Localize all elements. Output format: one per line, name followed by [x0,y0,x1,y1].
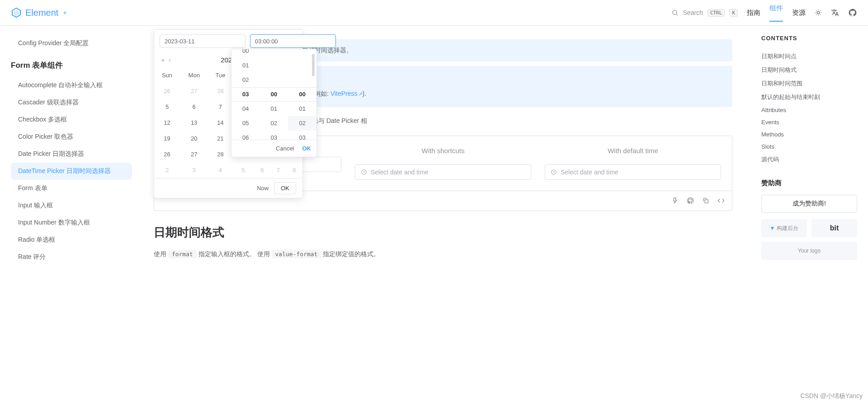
calendar-day[interactable]: 12 [154,115,180,131]
toc-link[interactable]: 默认的起始与结束时刻 [761,90,857,104]
clock-icon [551,169,557,175]
github-icon[interactable] [848,8,857,17]
copy-icon[interactable] [702,197,709,204]
search-trigger[interactable]: Search CTRL K [671,9,738,17]
spinner-item[interactable]: 03 [299,131,305,140]
sidebar-item-colorpicker[interactable]: Color Picker 取色器 [11,128,132,145]
spinner-item[interactable]: 02 [288,116,316,131]
sidebar: Config Provider 全局配置 Form 表单组件 Autocompl… [0,26,136,403]
logo[interactable]: Element+ [11,7,67,18]
hour-spinner[interactable]: 00010203040506 [231,49,260,140]
sidebar-item-form[interactable]: Form 表单 [11,180,132,197]
calendar-day[interactable]: 28 [208,83,232,99]
svg-point-0 [672,10,676,14]
prev-month-icon[interactable]: ‹ [169,57,171,63]
kbd-ctrl: CTRL [708,9,725,17]
calendar-day[interactable]: 6 [180,99,208,115]
calendar-day[interactable]: 26 [154,83,180,99]
brand-text: Element [25,8,58,18]
nav-guide[interactable]: 指南 [747,9,760,17]
sidebar-item-cascader[interactable]: Cascader 级联选择器 [11,94,132,111]
datetime-input-2[interactable]: Select date and time [355,164,531,180]
spinner-item[interactable]: 00 [299,87,305,102]
calendar-day[interactable]: 4 [208,162,232,178]
theme-toggle-icon[interactable] [815,9,822,16]
become-sponsor-button[interactable]: 成为赞助商! [761,195,857,213]
top-header: Element+ Search CTRL K 指南 组件 资源 [0,0,868,26]
toc-link[interactable]: Events [761,116,857,128]
sponsor-vbuild[interactable]: ▼构建后台 [761,219,807,237]
spinner-item[interactable]: 03 [271,131,277,140]
calendar-day[interactable]: 5 [154,99,180,115]
clock-icon [361,169,367,175]
spinner-item[interactable]: 04 [242,102,249,116]
spinner-item[interactable]: 03 [242,87,249,102]
sidebar-item-datepicker[interactable]: Date Picker 日期选择器 [11,145,132,163]
watermark: CSDN @小绵杨Yancy [800,392,863,400]
nav-resources[interactable]: 资源 [792,9,806,17]
spinner-item[interactable]: 02 [271,116,277,131]
calendar-day[interactable]: 6 [254,162,270,178]
toc-link[interactable]: 日期时间格式 [761,63,857,77]
spinner-item[interactable]: 02 [242,73,249,87]
calendar-day[interactable]: 3 [180,162,208,178]
spinner-item[interactable]: 00 [242,49,249,58]
sidebar-item-autocomplete[interactable]: Autocomplete 自动补全输入框 [11,77,132,94]
sidebar-item-config-provider[interactable]: Config Provider 全局配置 [11,35,132,52]
calendar-day[interactable]: 28 [208,146,232,162]
calendar-day[interactable]: 27 [180,146,208,162]
spinner-item[interactable]: 01 [271,102,277,116]
toc-link[interactable]: 日期和时间范围 [761,77,857,90]
nav-components[interactable]: 组件 [769,4,783,22]
github-source-icon[interactable] [687,197,694,204]
playground-icon[interactable] [671,197,679,204]
calendar-day[interactable]: 5 [232,162,254,178]
time-input[interactable] [250,34,336,48]
calendar-day[interactable]: 20 [180,131,208,146]
code-toggle-icon[interactable] [717,197,725,204]
toc-link[interactable]: Attributes [761,104,857,116]
translate-icon[interactable] [831,9,839,17]
sidebar-item-rate[interactable]: Rate 评分 [11,248,132,266]
spinner-scrollbar[interactable] [312,54,315,76]
spinner-item[interactable]: 06 [242,131,249,140]
time-ok-button[interactable]: OK [302,145,311,152]
calendar-day[interactable]: 7 [270,162,287,178]
spinner-item[interactable]: 00 [271,87,277,102]
link-vitepress[interactable]: VitePress↗ [330,90,363,97]
sidebar-item-radio[interactable]: Radio 单选框 [11,231,132,248]
toc-link[interactable]: 日期和时间点 [761,50,857,63]
sidebar-item-checkbox[interactable]: Checkbox 多选框 [11,111,132,128]
calendar-day[interactable]: 13 [180,115,208,131]
minute-spinner[interactable]: 00010203 [260,49,288,140]
calendar-day[interactable]: 21 [208,131,232,146]
sponsor-placeholder[interactable]: Your logo [761,242,857,260]
prev-year-icon[interactable]: « [161,57,165,63]
time-cancel-button[interactable]: Cancel [276,145,294,152]
date-input[interactable] [160,34,245,48]
spinner-item[interactable]: 01 [242,58,249,73]
calendar-day[interactable]: 26 [154,146,180,162]
sponsor-bit[interactable]: bit [811,219,857,237]
datetime-input-3[interactable]: Select date and time [545,164,721,180]
calendar-day[interactable]: 27 [180,83,208,99]
sidebar-item-input[interactable]: Input 输入框 [11,197,132,214]
sidebar-item-datetimepicker[interactable]: DateTime Picker 日期时间选择器 [11,163,132,180]
section-format-heading: 日期时间格式 [154,225,732,240]
spinner-item[interactable]: 01 [299,102,305,116]
calendar-day[interactable]: 7 [208,99,232,115]
now-button[interactable]: Now [257,185,269,192]
spinner-item[interactable]: 05 [242,116,249,131]
sidebar-item-inputnumber[interactable]: Input Number 数字输入框 [11,214,132,231]
sidebar-group-form: Form 表单组件 [11,52,136,77]
ok-button[interactable]: OK [274,182,296,194]
toc-link[interactable]: Methods [761,128,857,141]
svg-rect-5 [705,200,708,203]
calendar-day[interactable]: 8 [286,162,302,178]
calendar-day[interactable]: 2 [154,162,180,178]
calendar-day[interactable]: 19 [154,131,180,146]
toc-heading: CONTENTS [761,35,857,42]
toc-link[interactable]: Slots [761,141,857,153]
calendar-day[interactable]: 14 [208,115,232,131]
toc-link[interactable]: 源代码 [761,153,857,166]
